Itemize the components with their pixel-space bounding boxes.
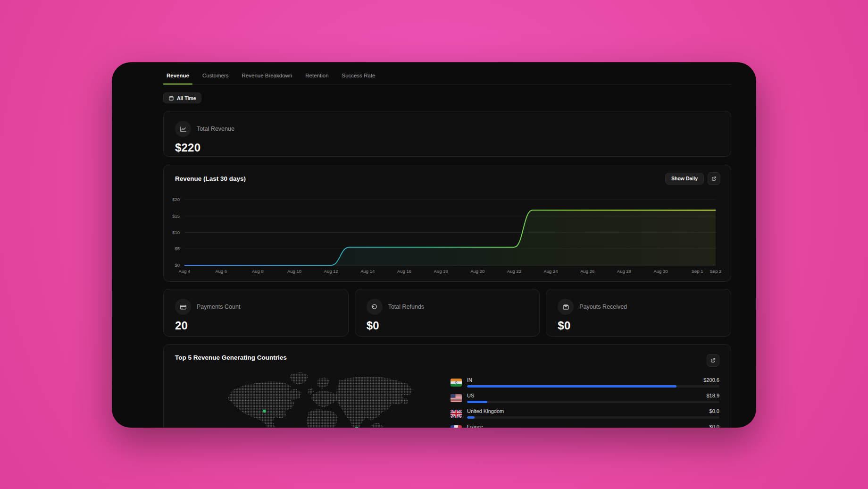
- countries-export-button[interactable]: [707, 354, 719, 367]
- country-row-fr: France$0.0: [451, 424, 719, 428]
- map-marker-united-states: [263, 410, 266, 413]
- total-refunds-label: Total Refunds: [388, 304, 424, 310]
- payouts-received-card: Payouts Received $0: [546, 289, 731, 337]
- tab-customers[interactable]: Customers: [199, 69, 232, 84]
- total-revenue-card: Total Revenue $220: [163, 111, 731, 157]
- tab-retention[interactable]: Retention: [302, 69, 332, 84]
- svg-text:Aug 26: Aug 26: [580, 269, 594, 274]
- svg-text:Aug 4: Aug 4: [179, 269, 191, 274]
- calendar-icon: [168, 95, 174, 101]
- payments-count-card: Payments Count 20: [163, 289, 349, 337]
- svg-text:$5: $5: [175, 246, 180, 251]
- revenue-chart-title: Revenue (Last 30 days): [175, 175, 246, 182]
- country-revenue-bar-fill: [467, 416, 475, 419]
- svg-text:Aug 10: Aug 10: [287, 269, 301, 274]
- date-range-filter-label: All Time: [177, 95, 196, 101]
- total-refunds-card: Total Refunds $0: [355, 289, 540, 337]
- total-revenue-value: $220: [175, 141, 719, 154]
- world-map: [175, 371, 439, 428]
- country-revenue-bar-fill: [467, 385, 676, 388]
- svg-text:$15: $15: [172, 213, 180, 219]
- svg-text:Aug 20: Aug 20: [470, 269, 484, 274]
- country-row-gb: United Kingdom$0.0: [451, 408, 719, 419]
- country-row-in: IN$200.6: [451, 377, 719, 388]
- svg-text:Aug 14: Aug 14: [360, 269, 375, 274]
- svg-text:Aug 30: Aug 30: [653, 269, 668, 274]
- svg-text:Aug 22: Aug 22: [507, 269, 521, 274]
- dashboard-window: RevenueCustomersRevenue BreakdownRetenti…: [112, 62, 756, 428]
- analytics-tabbar: RevenueCustomersRevenue BreakdownRetenti…: [163, 69, 731, 84]
- svg-text:Aug 18: Aug 18: [434, 269, 448, 274]
- country-revenue-bar-track: [467, 416, 719, 419]
- stats-row: Payments Count 20 Total Refunds: [163, 289, 731, 337]
- country-revenue-value: $0.0: [709, 424, 719, 428]
- country-revenue-bar-fill: [467, 401, 487, 403]
- country-name: IN: [467, 377, 472, 383]
- svg-text:Sep 1: Sep 1: [692, 269, 703, 274]
- total-revenue-label: Total Revenue: [197, 126, 234, 132]
- svg-text:Aug 6: Aug 6: [215, 269, 227, 274]
- chart-export-button[interactable]: [708, 172, 720, 185]
- tab-revenue[interactable]: Revenue: [163, 69, 192, 84]
- top-countries-card: Top 5 Revenue Generating Countries: [163, 344, 731, 428]
- country-revenue-value: $200.6: [703, 377, 719, 383]
- top-countries-title: Top 5 Revenue Generating Countries: [175, 354, 287, 361]
- payments-count-label: Payments Count: [197, 304, 240, 310]
- payouts-received-value: $0: [558, 319, 719, 332]
- svg-text:$10: $10: [172, 230, 180, 235]
- country-name: US: [467, 393, 474, 398]
- country-name: United Kingdom: [467, 408, 504, 414]
- flag-icon-gb: [451, 410, 462, 418]
- svg-text:$20: $20: [172, 197, 180, 202]
- external-link-icon: [710, 357, 716, 363]
- show-daily-button[interactable]: Show Daily: [665, 173, 704, 185]
- tab-revenue-breakdown[interactable]: Revenue Breakdown: [239, 69, 296, 84]
- svg-text:Aug 8: Aug 8: [252, 269, 264, 274]
- line-chart-icon: [175, 121, 191, 137]
- refund-icon: [367, 299, 383, 315]
- country-revenue-bar-track: [467, 401, 719, 403]
- flag-icon-in: [451, 379, 462, 387]
- svg-text:Aug 16: Aug 16: [397, 269, 411, 274]
- external-link-icon: [711, 176, 717, 182]
- svg-text:Sep 2: Sep 2: [710, 269, 722, 274]
- payments-count-value: 20: [175, 319, 337, 332]
- country-revenue-value: $18.9: [706, 393, 719, 398]
- country-revenue-bar-track: [467, 385, 719, 388]
- payouts-received-label: Payouts Received: [579, 304, 627, 310]
- country-row-us: US$18.9: [451, 393, 719, 403]
- svg-text:$0: $0: [175, 262, 180, 268]
- revenue-chart-card: Revenue (Last 30 days) Show Daily: [163, 165, 731, 282]
- svg-text:Aug 12: Aug 12: [324, 269, 338, 274]
- country-revenue-value: $0.0: [709, 408, 719, 414]
- payout-icon: [558, 299, 574, 315]
- date-range-filter-button[interactable]: All Time: [163, 93, 201, 103]
- flag-icon-fr: [451, 425, 462, 428]
- credit-card-icon: [175, 299, 191, 315]
- country-name: France: [467, 424, 483, 428]
- svg-text:Aug 24: Aug 24: [543, 269, 558, 274]
- svg-text:Aug 28: Aug 28: [617, 269, 631, 274]
- country-revenue-list: IN$200.6US$18.9United Kingdom$0.0France$…: [451, 377, 719, 428]
- total-refunds-value: $0: [367, 319, 528, 332]
- tab-success-rate[interactable]: Success Rate: [339, 69, 379, 84]
- flag-icon-us: [451, 394, 462, 402]
